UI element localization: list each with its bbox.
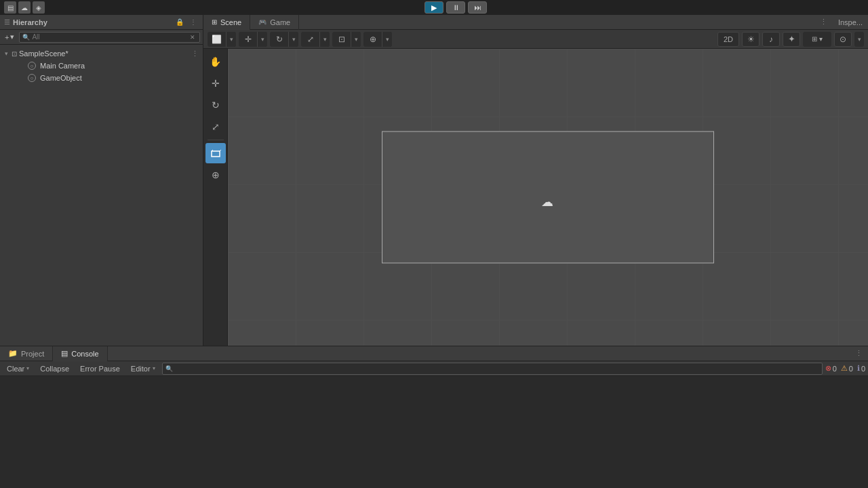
project-tab-icon: 📁 [8,349,18,358]
console-toolbar: Clear ▾ Collapse Error Pause Editor ▾ 🔍 … [0,361,868,376]
viewmode-btn[interactable]: ⊞ ▾ [803,32,831,47]
warning-icon: ⚠ [841,364,848,373]
bottom-section: 📁 Project ▤ Console ⋮ Clear ▾ Collapse E… [0,346,868,488]
hierarchy-item-main-camera[interactable]: ○ Main Camera [0,60,203,72]
tool-group-select: ⬜ ▾ [208,32,236,47]
hierarchy-search-clear-btn[interactable]: ✕ [189,33,197,42]
tool-combined-arrow[interactable]: ▾ [382,32,392,47]
play-button[interactable]: ▶ [425,1,443,14]
tool-scale-arrow[interactable]: ▾ [320,32,330,47]
viewport-area: ✋ ✛ ↻ ⤢ ⊕ ☁ [203,49,868,346]
scene-name-label: SampleScene* [19,49,68,58]
tool-group-rect: ⊡ ▾ [332,32,361,47]
add-plus-label: + [5,33,9,41]
hierarchy-menu-icon: ☰ [4,18,10,26]
hierarchy-search-box: 🔍 ✕ [19,32,200,43]
editor-btn[interactable]: Editor ▾ [127,363,159,375]
svg-line-2 [220,150,221,151]
2d-toggle-btn[interactable]: 2D [717,32,739,47]
tool-rotate-arrow[interactable]: ▾ [289,32,298,47]
audio-btn[interactable]: ♪ [762,32,780,47]
console-tab-icon: ▤ [61,349,68,358]
error-pause-label: Error Pause [80,365,120,373]
inspector-btn[interactable]: Inspe... [833,18,868,26]
left-tool-rect[interactable] [205,143,226,163]
2d-label: 2D [724,35,733,43]
left-tool-move[interactable]: ✛ [205,73,226,94]
left-tool-rotate[interactable]: ↻ [205,95,226,115]
grid-icon[interactable]: ▤ [4,1,16,14]
warn-count-label: 0 [849,365,853,373]
tab-game[interactable]: 🎮 Game [250,15,299,30]
svg-rect-0 [212,151,220,157]
hierarchy-add-btn[interactable]: + ▾ [3,32,16,42]
console-counts: ⊗ 0 ⚠ 0 ℹ 0 [825,364,865,373]
collapse-btn[interactable]: Collapse [36,363,73,375]
tool-move-arrow[interactable]: ▾ [258,32,267,47]
left-toolbar: ✋ ✛ ↻ ⤢ ⊕ [203,49,228,346]
add-arrow-icon: ▾ [10,33,14,41]
tool-rotate-btn[interactable]: ↻ [270,32,289,47]
editor-dropdown-arrow: ▾ [153,365,155,371]
tool-scale-btn[interactable]: ⤢ [301,32,320,47]
hierarchy-more-btn[interactable]: ⋮ [188,17,199,28]
bottom-tabs: 📁 Project ▤ Console ⋮ [0,346,868,361]
tool-combined-btn[interactable]: ⊕ [363,32,382,47]
bottom-tab-more-btn[interactable]: ⋮ [850,349,868,358]
step-button[interactable]: ⏭ [468,1,487,14]
error-pause-btn[interactable]: Error Pause [76,363,124,375]
scene-toolbar: ⬜ ▾ ✛ ▾ ↻ ▾ ⤢ ▾ ⊡ ▾ ⊕ ▾ [203,30,868,49]
info-count-display[interactable]: ℹ 0 [857,364,865,373]
tool-group-viewmode: ⊞ ▾ [803,32,831,47]
clear-btn[interactable]: Clear ▾ [3,363,33,375]
left-tool-scale[interactable]: ⤢ [205,117,226,137]
info-icon: ℹ [857,364,860,373]
project-tab-label: Project [21,350,44,358]
left-tool-hand[interactable]: ✋ [205,52,226,72]
pause-button[interactable]: ⏸ [446,1,465,14]
scene-tabs-more-btn[interactable]: ⋮ [814,18,833,26]
inspector-label: Inspe... [838,18,863,26]
scene-viewport[interactable]: ☁ [228,49,868,346]
warn-count-display[interactable]: ⚠ 0 [841,364,853,373]
gameobject-icon: ○ [28,74,36,82]
scene-cloud-icon: ☁ [541,194,553,209]
collab-icon[interactable]: ◈ [33,1,45,14]
hierarchy-title: Hierarchy [13,18,172,26]
hierarchy-item-gameobject[interactable]: ○ GameObject [0,72,203,84]
hierarchy-content: ▾ ⊡ SampleScene* ⋮ ○ Main Camera ○ GameO… [0,45,203,346]
gizmos-arrow[interactable]: ▾ [854,32,864,47]
scene-tab-label: Scene [220,18,241,26]
scene-expand-arrow: ▾ [3,50,9,57]
scene-options-btn[interactable]: ⋮ [191,49,203,58]
hierarchy-scene-root[interactable]: ▾ ⊡ SampleScene* ⋮ [0,47,203,60]
tool-rect-arrow[interactable]: ▾ [351,32,361,47]
lighting-btn[interactable]: ☀ [742,32,760,47]
scene-file-icon: ⊡ [12,50,17,58]
hierarchy-header: ☰ Hierarchy 🔒 ⋮ [0,15,203,30]
cloud-icon-top[interactable]: ☁ [18,1,31,14]
left-tool-separator [208,140,224,140]
error-count-display[interactable]: ⊗ 0 [825,364,837,373]
collapse-label: Collapse [40,365,69,373]
game-tab-icon: 🎮 [258,18,267,26]
tab-scene[interactable]: ⊞ Scene [203,15,250,30]
scene-tabs: ⊞ Scene 🎮 Game ⋮ Inspe... [203,15,868,30]
gizmos-btn[interactable]: ⊙ [834,32,852,47]
game-tab-label: Game [270,18,290,26]
tab-project[interactable]: 📁 Project [0,346,53,361]
console-search-input[interactable] [175,365,819,372]
fx-btn[interactable]: ✦ [783,32,800,47]
hierarchy-search-input[interactable] [32,33,186,41]
tool-rect-btn[interactable]: ⊡ [332,32,351,47]
left-tool-combined[interactable]: ⊕ [205,165,226,185]
tool-group-combined: ⊕ ▾ [363,32,392,47]
tool-select-btn[interactable]: ⬜ [208,32,226,47]
search-icon: 🔍 [22,34,30,41]
tab-console[interactable]: ▤ Console [53,346,107,361]
gameobject-label: GameObject [40,74,82,82]
hierarchy-lock-btn[interactable]: 🔒 [174,17,185,28]
tool-select-arrow[interactable]: ▾ [226,32,236,47]
playback-controls: ▶ ⏸ ⏭ [47,1,864,14]
tool-move-btn[interactable]: ✛ [239,32,258,47]
